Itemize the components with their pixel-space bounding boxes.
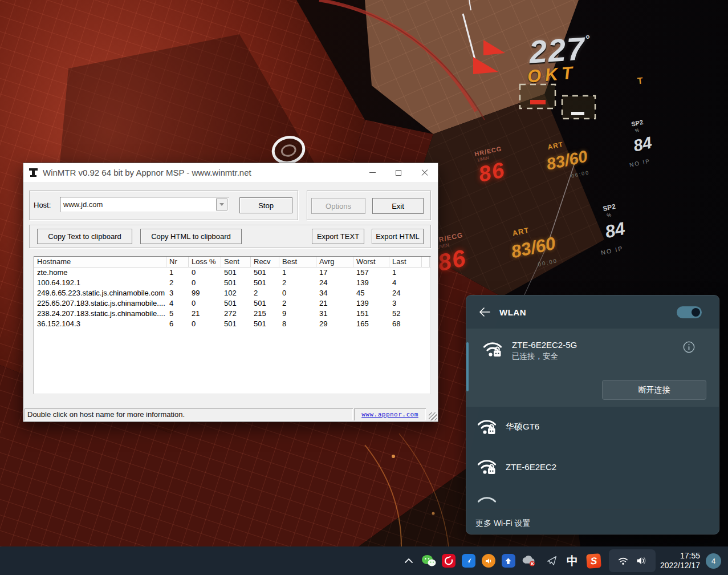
table-row[interactable]: 100.64.192.1205015012241394: [34, 278, 430, 288]
statusbar-link-cell: www.appnor.com: [354, 408, 426, 420]
export-text-button[interactable]: Export TEXT: [312, 229, 364, 244]
table-cell: 501: [221, 278, 251, 288]
table-cell: 21: [189, 309, 221, 319]
resize-grip[interactable]: [429, 412, 437, 420]
ime-indicator[interactable]: 中: [564, 553, 581, 569]
sogou-ime-icon[interactable]: S: [586, 553, 601, 569]
wifi-icon: [477, 495, 497, 504]
column-header-hostname[interactable]: Hostname: [34, 257, 166, 268]
show-hidden-icons-button[interactable]: [401, 553, 417, 569]
table-cell: 3: [389, 298, 422, 309]
stop-button[interactable]: Stop: [239, 197, 292, 213]
winmtr-app-icon: [29, 168, 38, 177]
host-combobox[interactable]: www.jd.com: [60, 197, 229, 212]
clock-date: 2022/12/17: [660, 561, 700, 570]
table-cell: 4: [389, 278, 422, 288]
tray-pc-manager-icon[interactable]: [501, 553, 516, 569]
column-header-worst[interactable]: Worst: [353, 257, 389, 268]
table-cell: 501: [251, 319, 279, 329]
table-cell: 501: [221, 268, 251, 278]
system-tray-network-volume[interactable]: [609, 549, 656, 572]
host-value[interactable]: www.jd.com: [63, 200, 103, 209]
table-row[interactable]: 36.152.104.36050150182916568: [34, 319, 430, 329]
table-cell: 1: [166, 268, 189, 278]
maximize-icon: [396, 170, 401, 176]
table-row[interactable]: 249.6.65.223.static.js.chinamobile.com39…: [34, 288, 430, 298]
wifi-icon: [617, 556, 629, 565]
table-cell: 501: [221, 298, 251, 309]
tray-wechat-icon[interactable]: [421, 553, 437, 569]
column-header-loss-[interactable]: Loss %: [189, 257, 221, 268]
back-button[interactable]: [475, 303, 494, 321]
window-title: WinMTR v0.92 64 bit by Appnor MSP - www.…: [43, 168, 251, 177]
network-info-button[interactable]: [683, 341, 695, 355]
column-header-avrg[interactable]: Avrg: [316, 257, 353, 268]
wlan-title: WLAN: [499, 307, 526, 317]
connected-network-status: 已连接，安全: [512, 351, 577, 362]
table-cell: 272: [221, 309, 251, 319]
table-cell: 501: [251, 278, 279, 288]
table-cell: 1: [279, 268, 316, 278]
copy-html-button[interactable]: Copy HTML to clipboard: [140, 229, 242, 244]
table-cell: 157: [353, 268, 389, 278]
network-item-zte-6e2ec2[interactable]: ZTE-6E2EC2: [466, 447, 719, 487]
exit-button[interactable]: Exit: [372, 198, 424, 214]
wifi-secure-icon: [477, 418, 497, 436]
table-cell: 21: [316, 298, 353, 309]
table-row[interactable]: 238.24.207.183.static.js.chinamobile....…: [34, 309, 430, 319]
column-header-sent[interactable]: Sent: [221, 257, 251, 268]
clock[interactable]: 17:55 2022/12/17: [660, 551, 700, 570]
paper-plane-icon: [546, 554, 558, 567]
table-cell: 8: [279, 319, 316, 329]
table-cell: 249.6.65.223.static.js.chinamobile.com: [34, 288, 166, 298]
tray-audio-app-icon[interactable]: [481, 553, 497, 569]
table-cell: 238.24.207.183.static.js.chinamobile....: [34, 309, 166, 319]
wlan-flyout: WLAN ZTE-6E2EC2-5G 已连接，安全: [466, 295, 719, 534]
connected-network-item[interactable]: ZTE-6E2EC2-5G 已连接，安全 断开连接: [466, 329, 719, 407]
table-cell: 0: [279, 288, 316, 298]
tray-location-icon[interactable]: [544, 553, 560, 569]
wifi-toggle-knob: [692, 308, 700, 317]
trace-listview: HostnameNrLoss %SentRecvBestAvrgWorstLas…: [34, 256, 431, 394]
notification-badge[interactable]: 4: [706, 553, 721, 569]
table-row[interactable]: zte.home105015011171571: [34, 268, 430, 278]
table-cell: 2: [279, 278, 316, 288]
column-header-recv[interactable]: Recv: [251, 257, 279, 268]
minimize-icon: [369, 172, 376, 173]
host-label: Host:: [34, 201, 51, 209]
column-header-nr[interactable]: Nr: [166, 257, 189, 268]
copy-text-button[interactable]: Copy Text to clipboard: [37, 229, 132, 244]
column-header-best[interactable]: Best: [279, 257, 316, 268]
table-row[interactable]: 225.65.207.183.static.js.chinamobile....…: [34, 298, 430, 309]
network-item-huashuo-gt6[interactable]: 华硕GT6: [466, 407, 719, 447]
network-item-partial[interactable]: [477, 495, 719, 504]
column-header-filler: [422, 257, 430, 268]
minimize-button[interactable]: [359, 163, 385, 182]
table-cell: 139: [353, 278, 389, 288]
export-html-button[interactable]: Export HTML: [372, 229, 424, 244]
tray-thunder-icon[interactable]: [461, 553, 477, 569]
chevron-up-icon: [404, 557, 413, 564]
table-cell: 68: [389, 319, 422, 329]
column-header-last[interactable]: Last: [389, 257, 422, 268]
more-wifi-settings-link[interactable]: 更多 Wi-Fi 设置: [466, 509, 719, 529]
hud-unit: OKT: [527, 62, 577, 87]
wifi-toggle[interactable]: [677, 306, 702, 318]
maximize-button[interactable]: [385, 163, 412, 182]
wlan-header: WLAN: [466, 295, 719, 329]
network-name: ZTE-6E2EC2: [506, 462, 556, 472]
host-dropdown-button[interactable]: [216, 199, 227, 210]
table-cell: 36.152.104.3: [34, 319, 166, 329]
tray-netease-music-icon[interactable]: [441, 553, 457, 569]
tray-onedrive-error-icon[interactable]: [520, 553, 536, 569]
disconnect-button[interactable]: 断开连接: [602, 380, 706, 400]
close-button[interactable]: [412, 163, 438, 182]
options-button: Options: [311, 198, 365, 214]
table-cell: 34: [316, 288, 353, 298]
table-cell: 31: [316, 309, 353, 319]
table-cell: 4: [166, 298, 189, 309]
appnor-link[interactable]: www.appnor.com: [361, 411, 418, 418]
table-cell: 225.65.207.183.static.js.chinamobile....: [34, 298, 166, 309]
taskbar: 中 S 17:55 2022/12/17 4: [0, 546, 728, 575]
winmtr-titlebar[interactable]: WinMTR v0.92 64 bit by Appnor MSP - www.…: [23, 163, 438, 182]
